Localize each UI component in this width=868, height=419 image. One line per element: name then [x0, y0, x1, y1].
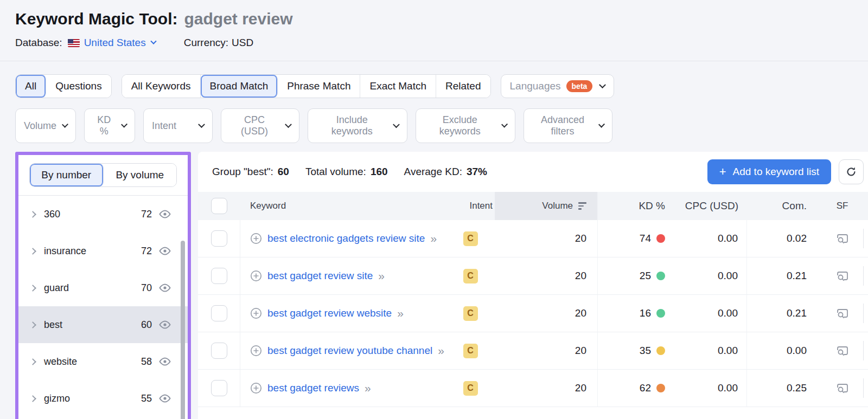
add-to-keyword-list-button[interactable]: + Add to keyword list — [707, 159, 831, 184]
eye-icon[interactable] — [158, 210, 171, 218]
search-query: gadget review — [184, 10, 292, 28]
kd-difficulty-dot — [656, 384, 665, 392]
table-row: best gadget review youtube channel » C 2… — [198, 332, 868, 370]
eye-icon[interactable] — [158, 283, 171, 292]
match-type-tabs-row: All Questions All Keywords Broad Match P… — [0, 74, 868, 98]
col-header-kd[interactable]: KD % — [639, 200, 665, 212]
cpc-value: 0.00 — [718, 233, 738, 244]
row-checkbox[interactable] — [211, 268, 227, 284]
tab-question-filter[interactable]: All — [16, 75, 46, 98]
col-header-keyword[interactable]: Keyword — [250, 201, 286, 211]
group-count: 72 — [141, 209, 152, 220]
tab-match-type[interactable]: All Keywords — [122, 75, 201, 98]
intent-badge-commercial: C — [463, 231, 478, 246]
chevron-right-icon[interactable] — [29, 358, 36, 365]
filter-dropdown[interactable]: Intent — [143, 108, 213, 143]
sort-descending-icon[interactable] — [578, 202, 586, 210]
eye-icon[interactable] — [158, 357, 171, 366]
keyword-group-item[interactable]: best 60 — [18, 306, 188, 343]
row-checkbox[interactable] — [211, 343, 227, 359]
col-header-sf[interactable]: SF — [837, 201, 848, 211]
col-header-volume[interactable]: Volume — [542, 201, 573, 211]
tab-question-filter[interactable]: Questions — [46, 75, 111, 98]
kd-value: 16 — [640, 307, 651, 319]
keyword-group-item[interactable]: insurance 72 — [18, 233, 188, 269]
expand-keyword-icon[interactable]: » — [438, 344, 444, 357]
kd-difficulty-dot — [656, 272, 665, 280]
tab-group-sort[interactable]: By number — [30, 164, 104, 186]
select-all-checkbox[interactable] — [211, 198, 227, 214]
sidebar-scrollbar[interactable] — [181, 241, 185, 419]
serp-preview-icon[interactable] — [836, 270, 849, 281]
chevron-down-icon[interactable] — [150, 38, 156, 44]
filter-dropdown[interactable]: CPC (USD) — [221, 108, 299, 143]
com-value: 0.25 — [787, 382, 807, 394]
row-checkbox[interactable] — [211, 230, 227, 247]
add-keyword-icon[interactable] — [250, 233, 262, 244]
chevron-right-icon[interactable] — [29, 395, 36, 402]
add-keyword-icon[interactable] — [250, 345, 262, 357]
row-checkbox[interactable] — [211, 305, 227, 321]
serp-preview-icon[interactable] — [836, 233, 849, 244]
serp-preview-icon[interactable] — [836, 383, 849, 394]
table-row: best gadget reviews » C 20 62 0.00 0.25 — [198, 370, 868, 407]
expand-keyword-icon[interactable]: » — [365, 382, 371, 395]
serp-preview-icon[interactable] — [836, 345, 849, 356]
filter-dropdown[interactable]: Exclude keywords — [416, 108, 515, 143]
expand-keyword-icon[interactable]: » — [378, 269, 384, 282]
col-header-intent[interactable]: Intent — [469, 201, 493, 211]
add-keyword-icon[interactable] — [250, 382, 262, 394]
keyword-group-item[interactable]: gizmo 55 — [18, 380, 188, 417]
table-row: best gadget review site » C 20 25 0.00 0… — [198, 257, 868, 295]
serp-preview-icon[interactable] — [836, 308, 849, 319]
tab-match-type[interactable]: Related — [436, 75, 490, 98]
refresh-button[interactable] — [839, 159, 864, 184]
add-keyword-icon[interactable] — [250, 307, 262, 319]
group-count: 60 — [141, 319, 152, 331]
col-header-com[interactable]: Com. — [782, 200, 807, 212]
cpc-value: 0.00 — [718, 270, 738, 282]
keyword-link[interactable]: best gadget review youtube channel — [267, 345, 432, 357]
chevron-right-icon[interactable] — [29, 248, 36, 255]
tab-group-sort[interactable]: By volume — [104, 164, 177, 186]
keyword-group-item[interactable]: guard 70 — [18, 269, 188, 306]
languages-dropdown[interactable]: Languages beta — [501, 74, 615, 98]
add-keyword-icon[interactable] — [250, 270, 262, 282]
tab-match-type[interactable]: Broad Match — [201, 75, 278, 98]
filter-dropdown[interactable]: Include keywords — [308, 108, 407, 143]
keyword-link[interactable]: best electronic gadgets review site — [267, 233, 425, 244]
group-sort-tabs: By number By volume — [29, 163, 177, 187]
chevron-right-icon[interactable] — [29, 321, 36, 328]
intent-badge-commercial: C — [463, 269, 478, 283]
com-value: 0.21 — [787, 270, 807, 282]
chevron-down-icon — [599, 81, 606, 88]
keyword-group-item[interactable]: website 58 — [18, 343, 188, 380]
keyword-link[interactable]: best gadget review website — [267, 307, 392, 319]
cpc-value: 0.00 — [718, 345, 738, 357]
chevron-right-icon[interactable] — [29, 285, 36, 292]
tab-match-type[interactable]: Phrase Match — [278, 75, 360, 98]
filter-dropdown[interactable]: KD % — [84, 108, 135, 143]
expand-keyword-icon[interactable]: » — [397, 307, 403, 320]
tab-match-type[interactable]: Exact Match — [360, 75, 436, 98]
currency-label: Currency:USD — [184, 37, 253, 49]
keyword-group-item[interactable]: 360 72 — [18, 196, 188, 233]
expand-keyword-icon[interactable]: » — [430, 232, 436, 245]
keyword-link[interactable]: best gadget reviews — [267, 382, 359, 394]
com-value: 0.00 — [787, 345, 807, 357]
stat-item: Group "best": 60 — [212, 166, 289, 178]
filter-dropdown[interactable]: Volume — [15, 108, 76, 143]
eye-icon[interactable] — [158, 394, 171, 403]
eye-icon[interactable] — [158, 247, 171, 255]
row-checkbox[interactable] — [211, 380, 227, 396]
results-panel: Group "best": 60 Total volume: 160 Avera… — [198, 152, 868, 419]
col-header-cpc[interactable]: CPC (USD) — [685, 200, 738, 212]
database-select[interactable]: United States — [84, 37, 146, 49]
table-header-row: Keyword Intent Volume KD % CPC (USD) Com… — [198, 192, 868, 220]
chevron-right-icon[interactable] — [29, 211, 36, 218]
keyword-link[interactable]: best gadget review site — [267, 270, 373, 282]
chevron-down-icon — [598, 121, 605, 127]
eye-icon[interactable] — [158, 320, 171, 329]
filter-dropdown[interactable]: Advanced filters — [524, 108, 612, 143]
volume-value: 20 — [575, 345, 586, 357]
